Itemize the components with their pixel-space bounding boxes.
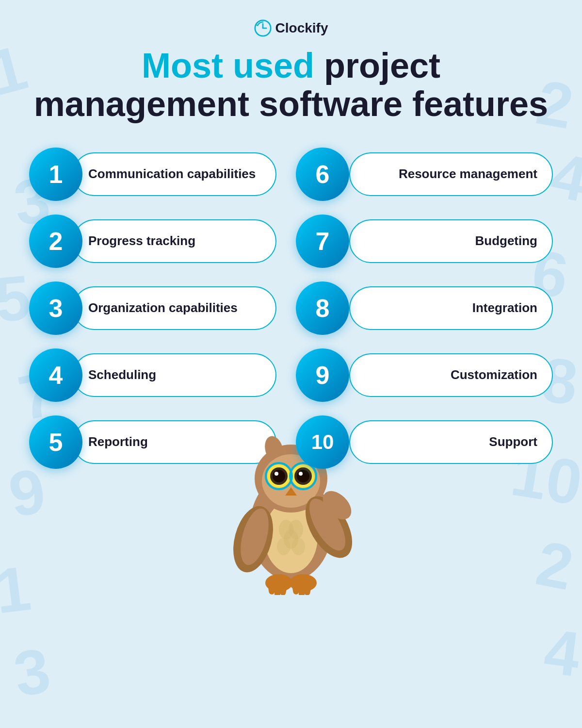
feature-label-2: Progress tracking bbox=[88, 233, 195, 249]
feature-bubble-1: Communication capabilities bbox=[73, 152, 276, 196]
feature-bubble-6: Resource management bbox=[349, 152, 553, 196]
feature-number-4: 4 bbox=[29, 348, 82, 402]
page-content: Clockify Most used project management so… bbox=[0, 0, 582, 614]
clockify-logo-icon bbox=[254, 19, 272, 37]
feature-bubble-2: Progress tracking bbox=[73, 219, 276, 263]
owl-area bbox=[29, 411, 553, 595]
feature-item-8: Integration 8 bbox=[306, 281, 553, 335]
feature-number-9: 9 bbox=[296, 348, 349, 402]
logo-container: Clockify bbox=[29, 19, 553, 37]
feature-bubble-9: Customization bbox=[349, 353, 553, 397]
feature-label-7: Budgeting bbox=[475, 233, 537, 249]
feature-item-7: Budgeting 7 bbox=[306, 215, 553, 268]
feature-item-9: Customization 9 bbox=[306, 348, 553, 402]
feature-label-9: Customization bbox=[451, 367, 537, 383]
feature-number-7: 7 bbox=[296, 215, 349, 268]
feature-label-8: Integration bbox=[472, 300, 537, 316]
feature-label-1: Communication capabilities bbox=[88, 166, 256, 182]
feature-number-1: 1 bbox=[29, 148, 82, 201]
feature-item-3: 3 Organization capabilities bbox=[29, 281, 276, 335]
svg-rect-29 bbox=[275, 587, 280, 595]
feature-number-6: 6 bbox=[296, 148, 349, 201]
logo-text: Clockify bbox=[275, 20, 328, 36]
feature-number-2: 2 bbox=[29, 215, 82, 268]
feature-number-10: 10 bbox=[296, 415, 349, 469]
feature-bubble-7: Budgeting bbox=[349, 219, 553, 263]
feature-item-6: Resource management 6 bbox=[306, 148, 553, 201]
svg-point-12 bbox=[275, 472, 278, 476]
feature-label-6: Resource management bbox=[399, 166, 537, 182]
feature-bubble-8: Integration bbox=[349, 286, 553, 330]
feature-label-4: Scheduling bbox=[88, 367, 156, 383]
svg-point-38 bbox=[291, 538, 305, 555]
feature-item-4: 4 Scheduling bbox=[29, 348, 276, 402]
title-highlight: Most used bbox=[142, 46, 314, 85]
svg-point-11 bbox=[273, 470, 285, 482]
svg-point-16 bbox=[299, 472, 303, 476]
feature-bubble-3: Organization capabilities bbox=[73, 286, 276, 330]
page-title: Most used project management software fe… bbox=[29, 47, 553, 123]
feature-bubble-4: Scheduling bbox=[73, 353, 276, 397]
header: Clockify Most used project management so… bbox=[29, 19, 553, 123]
feature-item-1: 1 Communication capabilities bbox=[29, 148, 276, 201]
svg-point-37 bbox=[277, 538, 291, 555]
feature-item-2: 2 Progress tracking bbox=[29, 215, 276, 268]
feature-number-3: 3 bbox=[29, 281, 82, 335]
feature-number-5: 5 bbox=[29, 415, 82, 469]
svg-point-15 bbox=[297, 470, 309, 482]
feature-label-3: Organization capabilities bbox=[88, 300, 238, 316]
feature-number-8: 8 bbox=[296, 281, 349, 335]
svg-rect-32 bbox=[299, 587, 305, 595]
